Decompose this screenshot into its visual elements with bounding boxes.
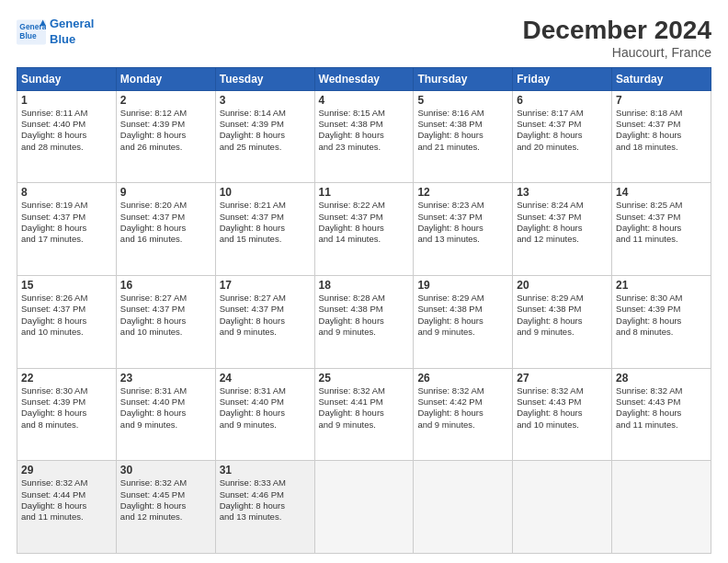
svg-text:Blue: Blue [19, 31, 37, 40]
calendar-cell: 6Sunrise: 8:17 AMSunset: 4:37 PMDaylight… [513, 90, 612, 183]
day-info-line: and 10 minutes. [21, 327, 112, 338]
calendar-cell: 30Sunrise: 8:32 AMSunset: 4:45 PMDayligh… [116, 461, 215, 554]
day-info-line: and 13 minutes. [417, 234, 508, 245]
day-info-line: Sunset: 4:38 PM [319, 119, 410, 130]
day-info-line: Sunrise: 8:28 AM [319, 293, 410, 304]
calendar-cell: 23Sunrise: 8:31 AMSunset: 4:40 PMDayligh… [116, 368, 215, 461]
calendar-cell: 24Sunrise: 8:31 AMSunset: 4:40 PMDayligh… [215, 368, 314, 461]
day-info-line: Daylight: 8 hours [616, 408, 707, 419]
day-info-line: Sunset: 4:37 PM [319, 212, 410, 223]
day-info-line: Daylight: 8 hours [220, 316, 311, 327]
calendar-header-sunday: Sunday [17, 67, 117, 90]
logo-text-general: General [50, 17, 94, 32]
day-info-line: Sunset: 4:45 PM [120, 489, 211, 500]
day-info-line: Sunset: 4:38 PM [417, 119, 508, 130]
calendar-header-row: SundayMondayTuesdayWednesdayThursdayFrid… [17, 67, 711, 90]
day-info-line: and 9 minutes. [517, 327, 608, 338]
day-info-line: Daylight: 8 hours [120, 408, 211, 419]
day-info-line: Sunrise: 8:30 AM [21, 385, 112, 396]
day-info-line: Sunset: 4:44 PM [21, 489, 112, 500]
day-info-line: Sunset: 4:39 PM [120, 119, 211, 130]
day-info-line: and 9 minutes. [319, 419, 410, 431]
calendar-cell: 14Sunrise: 8:25 AMSunset: 4:37 PMDayligh… [612, 183, 711, 276]
day-number: 3 [220, 94, 311, 107]
day-info-line: Sunrise: 8:14 AM [220, 108, 311, 119]
calendar-week-3: 15Sunrise: 8:26 AMSunset: 4:37 PMDayligh… [17, 276, 711, 369]
day-info-line: and 21 minutes. [417, 142, 508, 153]
calendar-cell: 27Sunrise: 8:32 AMSunset: 4:43 PMDayligh… [513, 368, 612, 461]
day-info-line: and 16 minutes. [120, 234, 211, 245]
logo: General Blue General Blue [17, 17, 94, 48]
day-number: 13 [517, 186, 608, 199]
calendar-cell: 7Sunrise: 8:18 AMSunset: 4:37 PMDaylight… [612, 90, 711, 183]
day-info-line: Sunrise: 8:15 AM [319, 108, 410, 119]
page-subtitle: Haucourt, France [523, 45, 711, 60]
day-info-line: Sunrise: 8:33 AM [220, 477, 311, 488]
day-info-line: Daylight: 8 hours [319, 223, 410, 234]
day-info-line: Daylight: 8 hours [319, 130, 410, 141]
day-info-line: and 8 minutes. [616, 327, 707, 338]
calendar-cell [513, 461, 612, 554]
calendar-cell: 10Sunrise: 8:21 AMSunset: 4:37 PMDayligh… [215, 183, 314, 276]
day-number: 29 [21, 464, 112, 477]
day-info-line: Sunset: 4:39 PM [616, 304, 707, 315]
day-info-line: Daylight: 8 hours [220, 223, 311, 234]
day-info-line: Sunset: 4:42 PM [417, 396, 508, 408]
calendar-cell: 4Sunrise: 8:15 AMSunset: 4:38 PMDaylight… [314, 90, 414, 183]
day-info-line: Sunset: 4:40 PM [21, 119, 112, 130]
day-info-line: Sunset: 4:37 PM [21, 212, 112, 223]
calendar-header-monday: Monday [116, 67, 215, 90]
day-info-line: Sunrise: 8:18 AM [616, 108, 707, 119]
day-info-line: Sunset: 4:39 PM [21, 396, 112, 408]
page: General Blue General Blue December 2024 … [0, 0, 728, 563]
day-info-line: Daylight: 8 hours [417, 130, 508, 141]
day-info-line: Sunset: 4:38 PM [417, 304, 508, 315]
day-number: 6 [517, 94, 608, 107]
day-info-line: and 20 minutes. [517, 142, 608, 153]
day-info-line: and 11 minutes. [616, 419, 707, 431]
page-title: December 2024 [523, 17, 711, 45]
day-number: 17 [220, 279, 311, 292]
day-info-line: Daylight: 8 hours [120, 500, 211, 511]
day-info-line: Sunrise: 8:22 AM [319, 200, 410, 211]
day-number: 22 [21, 372, 112, 385]
day-info-line: and 25 minutes. [220, 142, 311, 153]
day-info-line: Sunset: 4:38 PM [319, 304, 410, 315]
day-info-line: and 14 minutes. [319, 234, 410, 245]
day-info-line: Daylight: 8 hours [21, 316, 112, 327]
calendar-cell: 13Sunrise: 8:24 AMSunset: 4:37 PMDayligh… [513, 183, 612, 276]
day-number: 23 [120, 372, 211, 385]
day-info-line: Sunrise: 8:32 AM [517, 385, 608, 396]
day-info-line: Daylight: 8 hours [517, 408, 608, 419]
calendar-cell: 8Sunrise: 8:19 AMSunset: 4:37 PMDaylight… [17, 183, 117, 276]
day-number: 16 [120, 279, 211, 292]
day-info-line: Sunset: 4:43 PM [616, 396, 707, 408]
logo-text-blue: Blue [50, 32, 94, 48]
day-info-line: and 10 minutes. [517, 419, 608, 431]
calendar-cell: 28Sunrise: 8:32 AMSunset: 4:43 PMDayligh… [612, 368, 711, 461]
day-info-line: Sunrise: 8:23 AM [417, 200, 508, 211]
day-info-line: Sunset: 4:37 PM [120, 212, 211, 223]
day-number: 8 [21, 186, 112, 199]
calendar-cell: 29Sunrise: 8:32 AMSunset: 4:44 PMDayligh… [17, 461, 117, 554]
day-info-line: and 9 minutes. [220, 327, 311, 338]
day-info-line: Sunrise: 8:27 AM [120, 293, 211, 304]
day-number: 31 [220, 464, 311, 477]
day-number: 2 [120, 94, 211, 107]
calendar-header-friday: Friday [513, 67, 612, 90]
day-number: 14 [616, 186, 707, 199]
day-info-line: and 9 minutes. [319, 327, 410, 338]
day-info-line: Sunrise: 8:17 AM [517, 108, 608, 119]
day-info-line: Daylight: 8 hours [21, 223, 112, 234]
day-info-line: and 18 minutes. [616, 142, 707, 153]
day-info-line: Daylight: 8 hours [220, 500, 311, 511]
day-info-line: Daylight: 8 hours [21, 500, 112, 511]
day-info-line: Daylight: 8 hours [616, 316, 707, 327]
day-number: 9 [120, 186, 211, 199]
day-number: 18 [319, 279, 410, 292]
day-info-line: Daylight: 8 hours [517, 316, 608, 327]
calendar-cell: 20Sunrise: 8:29 AMSunset: 4:38 PMDayligh… [513, 276, 612, 369]
calendar-cell: 22Sunrise: 8:30 AMSunset: 4:39 PMDayligh… [17, 368, 117, 461]
day-info-line: and 12 minutes. [517, 234, 608, 245]
day-info-line: Sunset: 4:37 PM [616, 212, 707, 223]
